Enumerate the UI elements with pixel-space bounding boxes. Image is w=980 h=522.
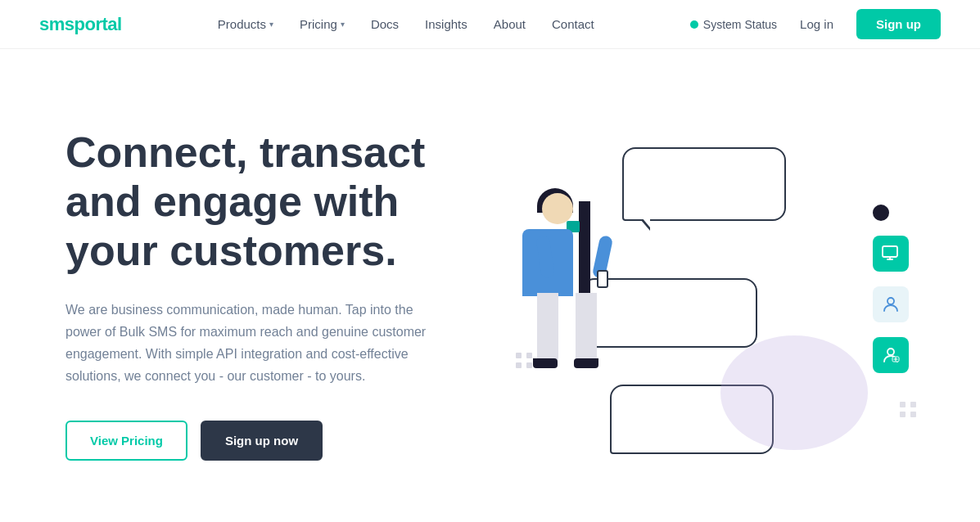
login-button[interactable]: Log in bbox=[790, 12, 843, 36]
signup-button-hero[interactable]: Sign up now bbox=[201, 421, 323, 461]
nav-item-contact[interactable]: Contact bbox=[540, 12, 606, 36]
deco-dot-icon bbox=[910, 402, 916, 407]
person-head-icon bbox=[542, 193, 573, 224]
person-right-shoe-icon bbox=[574, 358, 598, 368]
hero-buttons: View Pricing Sign up now bbox=[65, 421, 491, 461]
speech-bubble-top bbox=[622, 147, 786, 221]
nav-link-products[interactable]: Products ▾ bbox=[206, 12, 285, 36]
svg-point-2 bbox=[887, 349, 894, 355]
person-illustration bbox=[540, 188, 606, 385]
nav-links: Products ▾ Pricing ▾ Docs Insights About… bbox=[206, 12, 606, 36]
system-status[interactable]: System Status bbox=[690, 18, 777, 31]
person-left-shoe-icon bbox=[533, 358, 558, 368]
system-status-label: System Status bbox=[703, 18, 777, 31]
person-left-leg-icon bbox=[537, 293, 558, 360]
decoration-circle bbox=[720, 335, 868, 450]
deco-dot-icon bbox=[900, 412, 905, 417]
nav-link-insights[interactable]: Insights bbox=[413, 12, 479, 36]
hero-description: We are business communication, made huma… bbox=[65, 299, 442, 388]
chevron-down-icon: ▾ bbox=[269, 20, 273, 29]
support-icon bbox=[873, 286, 909, 322]
black-dot-icon bbox=[873, 205, 889, 221]
logo-text-main: sms bbox=[39, 14, 75, 34]
status-indicator-icon bbox=[690, 20, 698, 29]
deco-dot-icon bbox=[910, 412, 916, 417]
nav-item-pricing[interactable]: Pricing ▾ bbox=[288, 12, 356, 36]
nav-link-pricing[interactable]: Pricing ▾ bbox=[288, 12, 356, 36]
view-pricing-button[interactable]: View Pricing bbox=[65, 421, 187, 461]
svg-point-1 bbox=[887, 298, 894, 304]
dot-icon bbox=[526, 362, 532, 368]
nav-actions: System Status Log in Sign up bbox=[690, 9, 941, 39]
nav-item-insights[interactable]: Insights bbox=[413, 12, 479, 36]
monitor-icon bbox=[873, 236, 909, 272]
hero-illustration bbox=[491, 123, 917, 466]
hero-section: Connect, transact and engage with your c… bbox=[0, 49, 980, 522]
headset-svg-icon bbox=[881, 295, 901, 314]
right-deco-dots bbox=[900, 402, 917, 417]
svg-rect-0 bbox=[883, 246, 897, 257]
hero-content: Connect, transact and engage with your c… bbox=[65, 128, 491, 460]
nav-item-docs[interactable]: Docs bbox=[359, 12, 410, 36]
logo-text-accent: portal bbox=[75, 14, 122, 34]
nav-item-about[interactable]: About bbox=[482, 12, 537, 36]
person-hair-icon bbox=[579, 201, 590, 308]
logo[interactable]: smsportal bbox=[39, 14, 122, 35]
dot-icon bbox=[516, 362, 522, 368]
nav-item-products[interactable]: Products ▾ bbox=[206, 12, 285, 36]
user-svg-icon bbox=[881, 345, 901, 365]
nav-link-about[interactable]: About bbox=[482, 12, 537, 36]
nav-link-contact[interactable]: Contact bbox=[540, 12, 606, 36]
signup-button-nav[interactable]: Sign up bbox=[856, 9, 941, 39]
hero-title: Connect, transact and engage with your c… bbox=[65, 128, 491, 275]
nav-link-docs[interactable]: Docs bbox=[359, 12, 410, 36]
person-icon bbox=[873, 337, 909, 373]
chevron-down-icon: ▾ bbox=[341, 20, 345, 29]
deco-dot-icon bbox=[900, 402, 905, 407]
speech-bubble-mid bbox=[581, 278, 757, 348]
dot-icon bbox=[516, 353, 522, 358]
phone-icon bbox=[597, 270, 608, 288]
navbar: smsportal Products ▾ Pricing ▾ Docs Insi… bbox=[0, 0, 980, 49]
side-icons bbox=[873, 205, 909, 373]
dot-icon bbox=[526, 353, 532, 358]
monitor-svg-icon bbox=[881, 244, 901, 263]
person-right-leg-icon bbox=[576, 293, 597, 360]
